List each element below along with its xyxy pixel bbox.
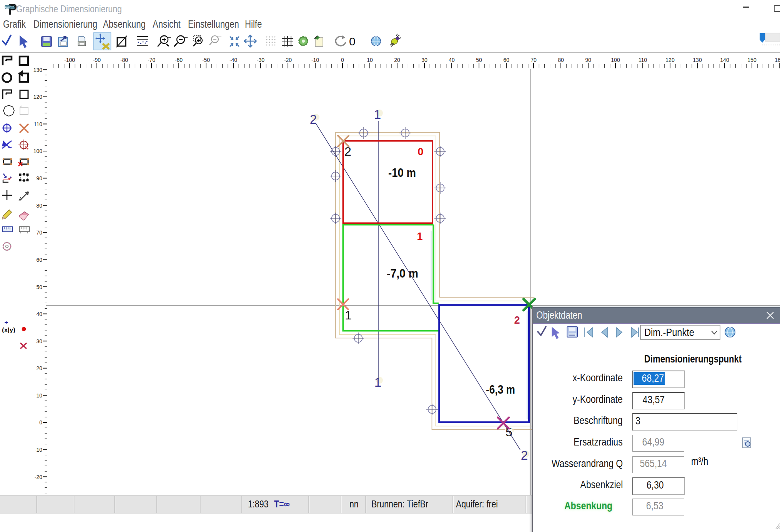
svg-text:-60: -60: [175, 57, 183, 63]
svg-text:20: 20: [394, 57, 400, 63]
svg-text:2: 2: [514, 314, 520, 326]
svg-text:40: 40: [36, 311, 42, 317]
svg-text:30: 30: [421, 57, 427, 63]
svg-text:40: 40: [449, 57, 455, 63]
svg-text:150: 150: [747, 57, 757, 63]
svg-text:130: 130: [33, 67, 43, 73]
svg-text:2: 2: [521, 448, 528, 462]
svg-text:(x|y): (x|y): [2, 326, 15, 334]
svg-text:120: 120: [665, 57, 675, 63]
svg-text:70: 70: [531, 57, 537, 63]
svg-text:1: 1: [374, 375, 381, 389]
svg-text:-30: -30: [257, 57, 264, 63]
svg-text:-7,0 m: -7,0 m: [387, 267, 418, 280]
svg-text:20: 20: [36, 365, 42, 371]
svg-text:-100: -100: [64, 57, 75, 63]
svg-text:2: 2: [310, 112, 317, 126]
svg-text:-10 m: -10 m: [388, 166, 416, 180]
svg-text:-50: -50: [202, 57, 210, 63]
svg-text:90: 90: [36, 175, 42, 181]
svg-text:10: 10: [367, 57, 373, 63]
svg-text:80: 80: [558, 57, 564, 63]
svg-text:-10: -10: [35, 447, 42, 453]
svg-text:30: 30: [36, 338, 42, 344]
svg-text:Dim.-Punkte: Dim.-Punkte: [644, 327, 694, 338]
svg-text:0: 0: [39, 419, 42, 426]
svg-text:0: 0: [349, 35, 356, 48]
svg-text:160: 160: [775, 57, 780, 63]
svg-text:100: 100: [33, 148, 43, 154]
svg-text:120: 120: [33, 94, 43, 100]
svg-text:0: 0: [341, 57, 344, 63]
svg-text:50: 50: [36, 284, 42, 290]
svg-text:110: 110: [34, 121, 43, 127]
svg-text:60: 60: [36, 257, 42, 263]
svg-text:-70: -70: [148, 57, 155, 63]
svg-text:90: 90: [585, 57, 591, 63]
svg-text:0: 0: [417, 146, 423, 158]
svg-text:50: 50: [476, 57, 482, 63]
svg-text:-80: -80: [120, 57, 128, 63]
svg-text:60: 60: [503, 57, 509, 63]
svg-text:-90: -90: [93, 57, 101, 63]
svg-text:100: 100: [611, 57, 620, 63]
svg-text:-6,3 m: -6,3 m: [486, 383, 515, 396]
svg-text:1: 1: [345, 308, 352, 322]
svg-text:70: 70: [36, 229, 42, 236]
svg-text:-40: -40: [230, 57, 237, 63]
svg-text:-20: -20: [284, 57, 292, 63]
svg-text:1: 1: [417, 231, 422, 242]
svg-text:-20: -20: [35, 474, 42, 480]
svg-text:130: 130: [693, 57, 702, 63]
svg-text:1: 1: [374, 107, 381, 121]
svg-text:-10: -10: [311, 57, 319, 63]
svg-text:10: 10: [36, 392, 42, 399]
svg-text:80: 80: [36, 203, 42, 209]
svg-text:140: 140: [720, 57, 729, 63]
svg-text:110: 110: [639, 57, 647, 63]
